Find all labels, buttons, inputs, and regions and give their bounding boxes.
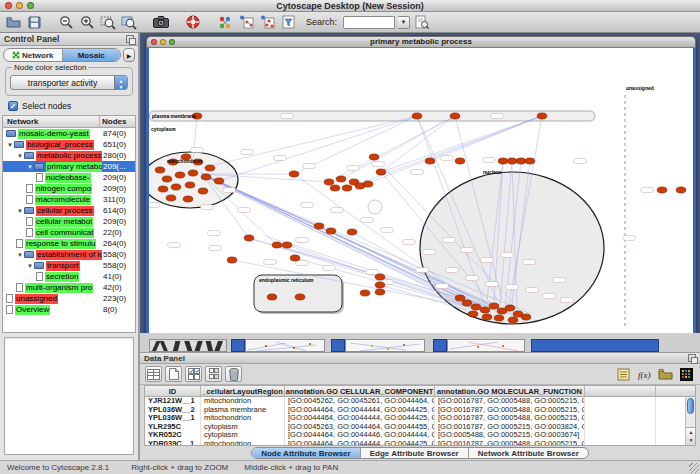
- table-row[interactable]: YLR295Ccytoplasm[GO:0045263, GO:0044464,…: [145, 423, 695, 432]
- expand-arrow-icon[interactable]: ▼: [26, 263, 34, 269]
- network-window-titlebar[interactable]: primary metabolic process: [146, 36, 696, 48]
- network-node[interactable]: [272, 242, 282, 248]
- tree-row[interactable]: mosaic-demo-yeast874(0): [3, 128, 135, 139]
- delete-attribute-icon[interactable]: [225, 366, 242, 382]
- attribute-notes-icon[interactable]: [615, 366, 632, 382]
- select-attributes-icon[interactable]: [145, 366, 162, 382]
- tree-row[interactable]: ▼transport558(0): [3, 260, 135, 271]
- network-node[interactable]: [482, 314, 492, 320]
- tree-row[interactable]: ▼establishment of lo558(0): [3, 249, 135, 260]
- tree-row[interactable]: nucleobase-209(0): [3, 172, 135, 183]
- zoom-out-icon[interactable]: [57, 14, 75, 31]
- tree-row[interactable]: macromolecule311(0): [3, 194, 135, 205]
- advanced-search-icon[interactable]: [413, 14, 431, 31]
- attribute-matrix-icon[interactable]: [205, 366, 222, 382]
- tree-row[interactable]: cellular metabol209(0): [3, 216, 135, 227]
- filter-icon[interactable]: [279, 14, 297, 31]
- tree-row[interactable]: ▼metabolic process280(0): [3, 150, 135, 161]
- region-plasma-membrane[interactable]: [149, 111, 595, 121]
- network-node[interactable]: [498, 158, 508, 164]
- table-scrollbar[interactable]: ▲▼: [685, 397, 695, 445]
- import-attributes-icon[interactable]: [657, 366, 674, 382]
- network-node[interactable]: [290, 255, 300, 261]
- copy-style-icon[interactable]: [237, 14, 255, 31]
- table-column-header[interactable]: annotation.GO MOLECULAR_FUNCTION: [435, 386, 585, 396]
- scrollbar-arrows[interactable]: ▲▼: [686, 427, 696, 445]
- network-node[interactable]: [376, 169, 386, 175]
- open-icon[interactable]: [4, 14, 22, 31]
- tree-row[interactable]: nitrogen compo209(0): [3, 183, 135, 194]
- network-node[interactable]: [360, 290, 370, 296]
- network-node[interactable]: [516, 158, 526, 164]
- background-window-strip[interactable]: [149, 339, 227, 352]
- tree-row[interactable]: ▼cellular process614(0): [3, 205, 135, 216]
- background-window-strip[interactable]: [345, 339, 425, 352]
- network-node[interactable]: [521, 314, 531, 320]
- network-node[interactable]: [455, 295, 465, 301]
- network-node[interactable]: [295, 294, 305, 300]
- node-color-dropdown[interactable]: transporter activity ▲▼: [10, 75, 128, 90]
- expand-arrow-icon[interactable]: ▼: [6, 142, 14, 148]
- network-node[interactable]: [267, 294, 277, 300]
- network-node[interactable]: [412, 113, 422, 119]
- network-node[interactable]: [494, 315, 504, 321]
- network-node[interactable]: [369, 154, 379, 160]
- network-node[interactable]: [162, 176, 172, 182]
- network-node[interactable]: [171, 184, 181, 190]
- float-panel-icon[interactable]: [688, 354, 696, 362]
- network-node[interactable]: [657, 187, 667, 193]
- background-window-strip[interactable]: [231, 339, 245, 352]
- background-window-strip[interactable]: [433, 339, 447, 352]
- table-row[interactable]: YKR052Ccytoplasm[GO:0044464, GO:0044446,…: [145, 431, 695, 440]
- background-window-strip[interactable]: [531, 339, 659, 352]
- table-column-header[interactable]: _cellularLayoutRegion: [201, 386, 285, 396]
- expand-arrow-icon[interactable]: ▼: [26, 164, 34, 170]
- tree-row[interactable]: cell communicat22(0): [3, 227, 135, 238]
- network-node[interactable]: [363, 181, 373, 187]
- tree-row[interactable]: response to stimulu264(0): [3, 238, 135, 249]
- network-node[interactable]: [227, 257, 237, 263]
- zoom-in-icon[interactable]: [78, 14, 96, 31]
- save-icon[interactable]: [25, 14, 43, 31]
- network-node[interactable]: [537, 113, 547, 119]
- table-column-header[interactable]: [585, 386, 656, 396]
- network-node[interactable]: [188, 170, 198, 176]
- tree-row[interactable]: secretion41(0): [3, 271, 135, 282]
- vizmapper-icon[interactable]: [216, 14, 234, 31]
- network-view-window[interactable]: primary metabolic process plasma membran…: [146, 36, 696, 336]
- network-node[interactable]: [450, 113, 460, 119]
- new-attribute-icon[interactable]: [165, 366, 182, 382]
- zoom-selected-icon[interactable]: [120, 14, 138, 31]
- tree-row[interactable]: multi-organism pro42(0): [3, 282, 135, 293]
- network-node[interactable]: [185, 182, 195, 188]
- network-node[interactable]: [375, 274, 385, 280]
- resize-grip[interactable]: [689, 463, 699, 473]
- scrollbar-thumb[interactable]: [687, 398, 694, 414]
- tree-row[interactable]: ▼biological_process651(0): [3, 139, 135, 150]
- network-node[interactable]: [375, 282, 385, 288]
- background-window-strip[interactable]: [245, 339, 325, 352]
- tree-row[interactable]: Overview8(0): [3, 304, 135, 315]
- network-node[interactable]: [425, 158, 435, 164]
- network-node[interactable]: [214, 178, 224, 184]
- expand-arrow-icon[interactable]: ▼: [16, 252, 24, 258]
- table-column-header[interactable]: annotation.GO CELLULAR_COMPONENT: [285, 386, 435, 396]
- snapshot-icon[interactable]: [152, 14, 170, 31]
- merge-networks-icon[interactable]: [258, 14, 276, 31]
- search-input[interactable]: [343, 16, 395, 29]
- tab-network[interactable]: Network: [4, 49, 63, 61]
- table-row[interactable]: YJR121W__1mitochondrion[GO:0045262, GO:0…: [145, 397, 695, 406]
- network-node[interactable]: [183, 196, 193, 202]
- tree-column-network[interactable]: Network: [3, 116, 39, 127]
- network-node[interactable]: [342, 185, 352, 191]
- select-nodes-checkbox[interactable]: ✓: [8, 101, 18, 111]
- network-node[interactable]: [347, 229, 357, 235]
- more-tabs-button[interactable]: ▶: [123, 48, 135, 62]
- table-row[interactable]: YPL036W__1mitochondrion[GO:0044464, GO:0…: [145, 414, 695, 423]
- network-node[interactable]: [166, 195, 176, 201]
- tab-edge-attribute-browser[interactable]: Edge Attribute Browser: [361, 448, 469, 458]
- function-builder-icon[interactable]: f(x): [636, 366, 653, 382]
- network-node[interactable]: [289, 171, 299, 177]
- network-node[interactable]: [314, 223, 324, 229]
- attribute-checklist-icon[interactable]: [185, 366, 202, 382]
